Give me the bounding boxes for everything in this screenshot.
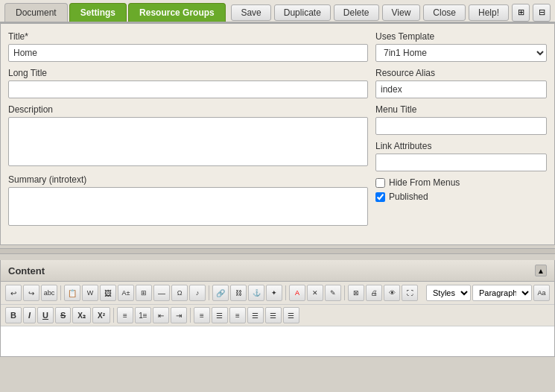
tab-bar: Document Settings Resource Groups Save D… [0, 0, 555, 23]
toolbar-sep-4 [344, 285, 345, 300]
superscript-button[interactable]: X² [92, 307, 110, 323]
help-button[interactable]: Help! [469, 4, 509, 21]
description-field-group: Description [8, 104, 368, 168]
form-layout: Title* Long Title Description Summary (i… [8, 31, 547, 234]
link-button[interactable]: 🔗 [212, 285, 229, 301]
custom-button[interactable]: ✎ [325, 285, 341, 301]
tab-document[interactable]: Document [4, 3, 68, 22]
more-button[interactable]: Aa [533, 285, 550, 301]
strikethrough-button[interactable]: S [55, 307, 71, 323]
menu-title-input[interactable] [375, 117, 547, 135]
uses-template-field-group: Uses Template 7in1 Home [375, 31, 547, 62]
toolbar-sep-1 [60, 285, 61, 300]
align-justify3-button[interactable]: ☰ [283, 307, 299, 323]
hide-from-menus-label: Hide From Menus [389, 177, 460, 188]
resource-alias-field-group: Resource Alias [375, 68, 547, 98]
editor-toolbar-1: ↩ ↪ abc 📋 W 🖼 A± ⊞ — Ω ♪ 🔗 ⛓ ⚓ ✦ A ✕ ✎ ⊠… [1, 282, 554, 305]
summary-field-group: Summary (introtext) [8, 174, 368, 228]
duplicate-button[interactable]: Duplicate [274, 4, 331, 21]
toolbar2-sep-1 [113, 308, 114, 323]
align-justify2-button[interactable]: ☰ [265, 307, 282, 323]
long-title-label: Long Title [8, 68, 368, 78]
editor-area[interactable] [1, 326, 554, 356]
unordered-list-button[interactable]: ≡ [117, 307, 133, 323]
spellcheck-button[interactable]: abc [41, 285, 57, 301]
panel-divider [0, 248, 555, 254]
link-attributes-input[interactable] [375, 154, 547, 171]
layout-icon-2[interactable]: ⊟ [533, 4, 551, 22]
remove-format-button[interactable]: ✕ [307, 285, 323, 301]
title-label: Title* [8, 31, 368, 42]
form-left-col: Title* Long Title Description Summary (i… [8, 31, 368, 234]
tab-resource-groups[interactable]: Resource Groups [128, 3, 226, 22]
paste-button[interactable]: 📋 [64, 285, 80, 301]
underline-button[interactable]: U [37, 307, 54, 323]
summary-input[interactable] [8, 187, 368, 226]
redo-button[interactable]: ↪ [23, 285, 39, 301]
resource-alias-label: Resource Alias [375, 68, 547, 78]
table-button[interactable]: ⊞ [136, 285, 152, 301]
bold-button[interactable]: B [5, 307, 22, 323]
editor-toolbar-2: B I U S X₂ X² ≡ 1≡ ⇤ ⇥ ≡ ☰ ≡ ☰ ☰ ☰ [1, 305, 554, 326]
uses-template-select[interactable]: 7in1 Home [375, 44, 547, 62]
styles-select[interactable]: Styles [426, 285, 471, 301]
align-justify-button[interactable]: ☰ [247, 307, 264, 323]
uses-template-label: Uses Template [375, 31, 547, 42]
menu-title-label: Menu Title [375, 104, 547, 115]
special-char-button[interactable]: Ω [171, 285, 188, 301]
form-right-col: Uses Template 7in1 Home Resource Alias M… [375, 31, 547, 234]
save-button[interactable]: Save [231, 4, 270, 21]
long-title-input[interactable] [8, 80, 368, 98]
media-button[interactable]: ♪ [189, 285, 206, 301]
link-attributes-field-group: Link Attributes [375, 141, 547, 171]
print-button[interactable]: 🖨 [366, 285, 382, 301]
toolbar-sep-2 [209, 285, 209, 300]
insert-image-button[interactable]: 🖼 [100, 285, 116, 301]
indent-button[interactable]: ⇥ [171, 307, 187, 323]
link-attributes-label: Link Attributes [375, 141, 547, 151]
subscript-button[interactable]: X₂ [72, 307, 91, 323]
published-checkbox[interactable] [375, 192, 385, 202]
close-button[interactable]: Close [423, 4, 466, 21]
anchor-button[interactable]: ⚓ [248, 285, 264, 301]
published-label: Published [389, 192, 428, 202]
forecolor-button[interactable]: A [289, 285, 305, 301]
align-right-button[interactable]: ≡ [229, 307, 246, 323]
content-header: Content ▲ [1, 260, 554, 282]
ordered-list-button[interactable]: 1≡ [135, 307, 151, 323]
description-label: Description [8, 104, 368, 115]
title-field-group: Title* [8, 31, 368, 62]
format-button[interactable]: A± [118, 285, 134, 301]
toolbar-sep-3 [285, 285, 286, 300]
summary-label: Summary (introtext) [8, 174, 368, 185]
paste-word-button[interactable]: W [82, 285, 98, 301]
main-panel: Title* Long Title Description Summary (i… [0, 23, 555, 245]
view-button[interactable]: View [382, 4, 421, 21]
hide-from-menus-row: Hide From Menus [375, 177, 547, 188]
outdent-button[interactable]: ⇤ [153, 307, 169, 323]
hr-button[interactable]: — [153, 285, 170, 301]
align-left-button[interactable]: ≡ [194, 307, 210, 323]
long-title-field-group: Long Title [8, 68, 368, 98]
menu-title-field-group: Menu Title [375, 104, 547, 135]
content-panel: Content ▲ ↩ ↪ abc 📋 W 🖼 A± ⊞ — Ω ♪ 🔗 ⛓ ⚓… [0, 260, 555, 357]
content-toggle[interactable]: ▲ [535, 265, 547, 276]
title-input[interactable] [8, 44, 368, 62]
delete-button[interactable]: Delete [334, 4, 379, 21]
resource-alias-input[interactable] [375, 80, 547, 98]
layout-icon-1[interactable]: ⊞ [512, 4, 530, 22]
description-input[interactable] [8, 117, 368, 166]
fullscreen-button[interactable]: ⛶ [402, 285, 418, 301]
insert-special-button[interactable]: ✦ [266, 285, 282, 301]
tab-settings[interactable]: Settings [69, 3, 127, 22]
italic-button[interactable]: I [23, 307, 36, 323]
published-row: Published [375, 192, 547, 202]
paragraph-select[interactable]: Paragraph [472, 285, 532, 301]
unlink-button[interactable]: ⛓ [230, 285, 247, 301]
undo-button[interactable]: ↩ [5, 285, 22, 301]
hide-from-menus-checkbox[interactable] [375, 178, 385, 188]
preview-button[interactable]: 👁 [384, 285, 400, 301]
toolbar-actions: Save Duplicate Delete View Close Help! ⊞… [231, 4, 551, 22]
align-center-button[interactable]: ☰ [212, 307, 228, 323]
pagebreak-button[interactable]: ⊠ [348, 285, 364, 301]
